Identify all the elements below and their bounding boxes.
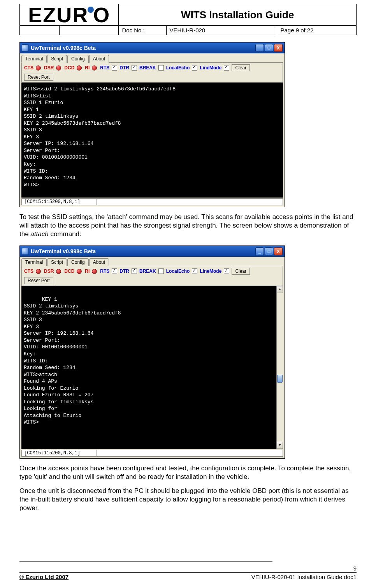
logo-dot-icon xyxy=(88,7,94,13)
led-rts: RTS xyxy=(100,65,109,71)
linemode-checkbox[interactable] xyxy=(224,268,229,274)
led-break: BREAK xyxy=(139,65,156,71)
led-icon xyxy=(77,65,82,71)
led-dsr: DSR xyxy=(44,65,54,71)
led-dsr: DSR xyxy=(44,268,54,274)
maximize-button[interactable]: □ xyxy=(265,44,273,52)
status-bar: [COM15:115200,N,8,1] xyxy=(21,198,283,205)
paragraph-quit: Once the access points have been configu… xyxy=(19,464,357,481)
status-port: [COM15:115200,N,8,1] xyxy=(21,450,97,457)
minimize-button[interactable]: _ xyxy=(255,247,264,255)
led-cts: CTS xyxy=(24,65,33,71)
status-port: [COM15:115200,N,8,1] xyxy=(21,198,97,205)
localecho-checkbox[interactable] xyxy=(192,268,197,274)
header-table: EZURO WITS Installation Guide Doc No : V… xyxy=(19,4,357,35)
tabs: Terminal Script Config About xyxy=(20,53,285,62)
status-blank xyxy=(97,450,283,457)
led-icon xyxy=(56,65,61,71)
footer-copyright: © Ezurio Ltd 2007 xyxy=(19,574,69,580)
maximize-button[interactable]: □ xyxy=(265,247,273,255)
minimize-button[interactable]: _ xyxy=(255,44,264,52)
doc-no-label: Doc No : xyxy=(119,26,166,35)
linemode-checkbox[interactable] xyxy=(224,65,229,71)
window-title: UwTerminal v0.998c Beta xyxy=(31,248,255,254)
tab-about[interactable]: About xyxy=(89,258,109,266)
terminal-output[interactable]: WITS>ssid 2 timslinksys 2345abc5673defb6… xyxy=(21,83,283,198)
terminal-window-1: UwTerminal v0.998c Beta _ □ X Terminal S… xyxy=(19,42,285,207)
tab-script[interactable]: Script xyxy=(47,258,67,266)
led-localecho: LocalEcho xyxy=(166,65,190,71)
led-dtr: DTR xyxy=(119,268,129,274)
tab-config[interactable]: Config xyxy=(67,258,89,266)
page: EZURO WITS Installation Guide Doc No : V… xyxy=(0,0,376,588)
rts-checkbox[interactable] xyxy=(112,268,117,274)
close-button[interactable]: X xyxy=(274,44,283,52)
app-icon xyxy=(22,44,29,51)
localecho-checkbox[interactable] xyxy=(192,65,197,71)
reset-port-button[interactable]: Reset Port xyxy=(24,277,53,284)
led-icon xyxy=(92,269,97,274)
footer-page-num: 9 xyxy=(19,565,357,572)
led-cts: CTS xyxy=(24,268,33,274)
document-title: WITS Installation Guide xyxy=(119,4,357,26)
tab-script[interactable]: Script xyxy=(47,55,67,63)
led-localecho: LocalEcho xyxy=(166,268,190,274)
break-checkbox[interactable] xyxy=(158,65,164,71)
toolbar: CTS DSR DCD RI RTS DTR BREAK LocalEcho L… xyxy=(21,62,283,83)
rts-checkbox[interactable] xyxy=(112,65,117,71)
led-icon xyxy=(92,65,97,71)
led-break: BREAK xyxy=(139,268,156,274)
led-linemode: LineMode xyxy=(200,268,221,274)
tab-terminal[interactable]: Terminal xyxy=(21,258,47,266)
dtr-checkbox[interactable] xyxy=(132,65,137,71)
led-icon xyxy=(36,65,41,71)
page-info: Page 9 of 22 xyxy=(277,26,357,35)
scroll-track[interactable] xyxy=(277,293,283,442)
footer-docfile: VEHIU-R-020-01 Installation Guide.doc1 xyxy=(251,574,357,580)
led-dtr: DTR xyxy=(119,65,129,71)
led-dcd: DCD xyxy=(64,268,74,274)
led-rts: RTS xyxy=(100,268,109,274)
paragraph-attach-intro: To test the SSID settings, the 'attach' … xyxy=(19,213,357,238)
doc-no-value: VEHIU-R-020 xyxy=(166,26,277,35)
reset-port-button[interactable]: Reset Port xyxy=(24,74,53,81)
clear-button[interactable]: Clear xyxy=(232,268,250,275)
scroll-down-icon[interactable]: ▼ xyxy=(277,442,283,449)
paragraph-obd: Once the unit is disconnected from the P… xyxy=(19,487,357,512)
led-icon xyxy=(56,269,61,274)
dtr-checkbox[interactable] xyxy=(132,268,137,274)
terminal-output[interactable]: KEY 1 SSID 2 timslinksys KEY 2 2345abc56… xyxy=(21,286,283,449)
clear-button[interactable]: Clear xyxy=(232,64,250,71)
tab-config[interactable]: Config xyxy=(67,55,89,63)
toolbar: CTS DSR DCD RI RTS DTR BREAK LocalEcho L… xyxy=(21,266,283,286)
led-icon xyxy=(36,269,41,274)
logo: EZURO xyxy=(28,3,110,26)
window-title: UwTerminal v0.998c Beta xyxy=(31,45,255,51)
led-ri: RI xyxy=(85,65,90,71)
logo-cell: EZURO xyxy=(20,4,119,26)
footer: 9 © Ezurio Ltd 2007 VEHIU-R-020-01 Insta… xyxy=(19,562,357,580)
titlebar[interactable]: UwTerminal v0.998c Beta _ □ X xyxy=(20,246,285,257)
led-icon xyxy=(77,269,82,274)
app-icon xyxy=(22,248,29,255)
status-blank xyxy=(97,198,283,205)
titlebar[interactable]: UwTerminal v0.998c Beta _ □ X xyxy=(20,42,285,53)
terminal-window-2: UwTerminal v0.998c Beta _ □ X Terminal S… xyxy=(19,245,285,459)
scroll-thumb[interactable] xyxy=(277,375,283,383)
scrollbar[interactable]: ▲ ▼ xyxy=(276,286,283,449)
led-linemode: LineMode xyxy=(200,65,221,71)
scroll-up-icon[interactable]: ▲ xyxy=(277,286,283,293)
tab-terminal[interactable]: Terminal xyxy=(21,55,47,63)
led-ri: RI xyxy=(85,268,90,274)
tabs: Terminal Script Config About xyxy=(20,257,285,266)
close-button[interactable]: X xyxy=(274,247,283,255)
tab-about[interactable]: About xyxy=(89,55,109,63)
break-checkbox[interactable] xyxy=(158,268,164,274)
led-dcd: DCD xyxy=(64,65,74,71)
status-bar: [COM15:115200,N,8,1] xyxy=(21,450,283,457)
